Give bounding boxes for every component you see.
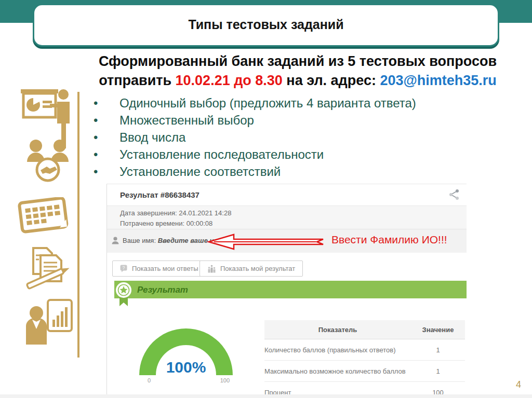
annotation-text: Ввести Фамилию ИО!!! [331,234,447,246]
bar-chart-icon [207,265,216,273]
result-actions: ? Показать мои ответы Показать мой резул… [107,253,467,281]
row-label: Максимально возможное количество баллов [264,367,411,375]
share-icon[interactable] [448,188,460,201]
list-item: Ввод числа [92,129,416,146]
heading-text: Сформированный банк заданий из 5 тестовы… [78,52,517,90]
page-number: 4 [516,379,521,390]
presentation-slide: Типы тестовых заданий Сформированный бан… [0,0,532,398]
question-bubble-icon: ? [120,265,128,272]
documents-pen-icon [22,245,75,290]
row-value: 1 [411,367,465,375]
completion-date: Дата завершения: 24.01.2021 14:28 [120,209,231,217]
name-row: Ваше имя: Введите ваше имя Ввести Фамили… [107,229,467,253]
person-icon [111,236,119,245]
heading-line2-middle: на эл. адрес: [283,73,380,88]
row-label: Количество баллов (правильных ответов) [264,346,411,354]
table-row: Максимально возможное количество баллов … [264,361,465,382]
time-value: 00:00:08 [187,219,213,227]
score-gauge: 100% [139,328,233,375]
result-table: Показатель Значение Количество баллов (п… [264,320,465,398]
header-value: Значение [411,326,465,334]
bottom-edge [0,394,532,398]
list-item: Установление соответствий [92,163,416,180]
header-indicator: Показатель [264,326,411,334]
result-meta: Дата завершения: 24.01.2021 14:28 Потрач… [107,206,467,229]
person-chart-icon [24,299,74,347]
deadline-text: 10.02.21 до 8.30 [176,73,283,88]
heading-line2-prefix: отправить [99,73,175,88]
task-type-list: Одиночный выбор (предложить 4 варианта о… [92,94,416,180]
show-result-label: Показать мой результат [220,265,295,272]
email-address: 203@himteh35.ru [380,73,496,88]
medal-badge-icon [114,281,133,307]
gold-divider-line [77,92,79,358]
slide-title: Типы тестовых заданий [34,5,498,44]
date-label: Дата завершения: [120,209,177,217]
svg-text:?: ? [122,265,125,270]
show-answers-button[interactable]: ? Показать мои ответы [112,260,206,277]
show-result-button[interactable]: Показать мой результат [200,260,303,277]
time-label: Потрачено времени: [120,219,184,227]
gauge-min: 0 [148,377,151,383]
banner-label: Результат [137,285,188,295]
date-value: 24.01.2021 14:28 [179,209,231,217]
name-label: Ваше имя: [123,237,156,244]
list-item: Одиночный выбор (предложить 4 варианта о… [92,94,416,112]
gauge-value: 100% [139,359,233,376]
table-header: Показатель Значение [264,320,465,339]
time-spent: Потрачено времени: 00:00:08 [120,219,212,227]
calendar-icon [18,197,70,234]
show-answers-label: Показать мои ответы [132,265,198,272]
gauge-max: 100 [220,377,230,383]
result-title: Результат #86638437 [120,190,200,199]
list-item: Установление последовательности [92,146,416,163]
heading-line1: Сформированный банк заданий из 5 тестовы… [99,53,497,69]
meeting-handshake-icon [24,139,72,183]
table-row: Количество баллов (правильных ответов) 1 [264,339,465,361]
gauge-ticks: 0 100 [139,377,233,383]
list-item: Множественный выбор [92,112,416,129]
result-screenshot: Результат #86638437 Дата завершения: 24.… [107,184,467,396]
result-header: Результат #86638437 [107,184,467,206]
row-value: 1 [411,346,465,354]
slide-title-box: Типы тестовых заданий [33,4,499,47]
annotation-arrow-icon [207,234,325,250]
